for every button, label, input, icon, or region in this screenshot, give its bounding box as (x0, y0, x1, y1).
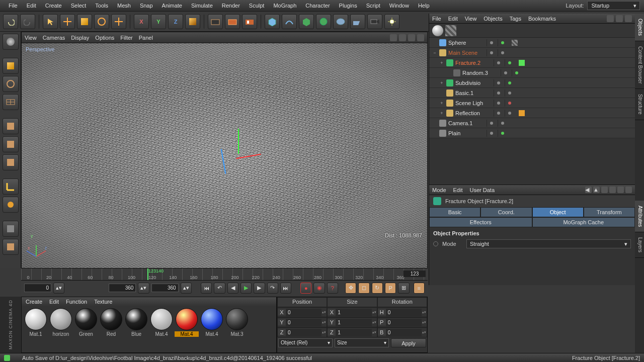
visibility-dot[interactable] (498, 39, 507, 46)
spinner-icon[interactable]: ▴▾ (372, 330, 377, 334)
attr-mode-radio[interactable] (433, 241, 438, 246)
autokey-button[interactable]: ◉ (313, 283, 325, 294)
make-editable-button[interactable] (3, 34, 19, 50)
object-name[interactable]: Random.3 (462, 70, 499, 76)
attr-tab-basic[interactable]: Basic (429, 207, 480, 217)
expand-toggle[interactable]: + (439, 111, 444, 116)
object-row[interactable]: Random.3 (429, 68, 635, 78)
tweak-mode[interactable] (3, 197, 19, 213)
om-menu-file[interactable]: File (432, 16, 441, 22)
model-mode[interactable] (3, 58, 19, 74)
spinner-icon[interactable]: ▴▾ (138, 283, 149, 294)
mat-menu-edit[interactable]: Edit (49, 299, 59, 305)
snap-button[interactable] (3, 239, 19, 255)
attr-mode-select[interactable]: Straight (466, 239, 631, 248)
expand-toggle[interactable] (432, 121, 437, 126)
coord-size-select[interactable]: Size (335, 338, 389, 347)
material-item[interactable]: Blue (124, 308, 148, 337)
vp-menu-panel[interactable]: Panel (139, 35, 153, 41)
coord-value-field[interactable]: 0 (286, 329, 321, 336)
visibility-dot[interactable] (487, 49, 496, 56)
menu-animate[interactable]: Animate (157, 1, 187, 11)
vtab-layers[interactable]: Layers (635, 232, 644, 258)
vp-nav-icon[interactable] (390, 34, 397, 41)
visibility-dot[interactable] (505, 89, 514, 97)
coord-value-field[interactable]: 0 (386, 329, 422, 336)
vtab-attributes[interactable]: Attributes (635, 201, 644, 232)
add-generator[interactable] (299, 14, 314, 29)
menu-mograph[interactable]: MoGraph (269, 1, 301, 11)
visibility-dot[interactable] (505, 59, 514, 66)
object-name[interactable]: Main Scene (448, 50, 485, 56)
material-item[interactable]: Mat.4 (175, 308, 199, 337)
vtab-objects[interactable]: Objects (635, 14, 644, 41)
material-item[interactable]: horizon (49, 308, 73, 337)
play-button[interactable]: ▶ (240, 283, 252, 294)
visibility-dot[interactable] (512, 69, 521, 76)
texture-slot-icon[interactable] (445, 25, 456, 36)
object-tree[interactable]: Sphere−Main Scene+Fracture.2Random.3+Sub… (429, 38, 635, 138)
menu-select[interactable]: Select (66, 1, 91, 11)
material-preview[interactable] (100, 308, 122, 330)
object-row[interactable]: Sphere (429, 38, 635, 48)
mat-menu-texture[interactable]: Texture (94, 299, 112, 305)
add-primitive[interactable] (265, 14, 280, 29)
coord-value-field[interactable]: 0 (286, 319, 321, 326)
visibility-dot[interactable] (505, 110, 514, 117)
vp-menu-view[interactable]: View (25, 35, 37, 41)
total-frames-field[interactable] (151, 284, 179, 292)
spinner-icon[interactable]: ▴▾ (181, 283, 192, 294)
y-axis-lock[interactable]: Y (151, 14, 166, 29)
coord-value-field[interactable]: 1 (336, 329, 371, 336)
spinner-icon[interactable]: ▴▾ (53, 283, 64, 294)
material-item[interactable]: Mat.1 (24, 308, 48, 337)
visibility-dot[interactable] (505, 79, 514, 86)
texture-tag-icon[interactable] (512, 40, 518, 46)
object-name[interactable]: Subdivisio (455, 80, 492, 86)
spinner-icon[interactable]: ▴▾ (422, 310, 427, 314)
add-deformer[interactable] (316, 14, 331, 29)
apply-button[interactable]: Apply (391, 338, 426, 347)
axis-mode[interactable] (3, 178, 19, 195)
menu-character[interactable]: Character (301, 1, 334, 11)
timeline[interactable]: 0204060801001201401601802002202402602803… (21, 268, 428, 280)
edge-mode[interactable] (3, 136, 19, 152)
mat-menu-function[interactable]: Function (66, 299, 87, 305)
visibility-dot[interactable] (505, 100, 514, 107)
menu-script[interactable]: Script (362, 1, 385, 11)
expand-toggle[interactable] (432, 131, 437, 136)
material-preview[interactable] (25, 308, 47, 330)
object-row[interactable]: +Subdivisio (429, 78, 635, 88)
object-name[interactable]: Scene Ligh (455, 100, 492, 106)
coord-value-field[interactable]: 1 (336, 309, 371, 316)
spinner-icon[interactable]: ▴▾ (372, 310, 377, 314)
texture-mode[interactable] (3, 76, 19, 92)
expand-toggle[interactable] (446, 70, 451, 75)
coord-value-field[interactable]: 0 (386, 309, 422, 316)
material-preview[interactable] (50, 308, 72, 330)
menu-icon[interactable] (625, 187, 632, 193)
expand-toggle[interactable]: − (432, 50, 437, 55)
visibility-dot[interactable] (498, 49, 507, 56)
timeline-options-button[interactable]: ≡ (414, 283, 425, 294)
menu-edit[interactable]: Edit (22, 1, 41, 11)
vp-menu-cameras[interactable]: Cameras (43, 35, 65, 41)
viewport-solo[interactable] (3, 221, 19, 237)
visibility-dot[interactable] (498, 120, 507, 127)
attr-tab-transform[interactable]: Transform (584, 207, 635, 217)
go-end-button[interactable]: ⏭ (280, 283, 291, 294)
menu-tools[interactable]: Tools (91, 1, 113, 11)
add-environment[interactable] (333, 14, 348, 29)
visibility-dot[interactable] (487, 130, 496, 137)
search-icon[interactable] (601, 187, 608, 193)
spinner-icon[interactable]: ▴▾ (321, 310, 327, 314)
material-slot-icon[interactable] (432, 25, 443, 36)
spinner-icon[interactable]: ▴▾ (422, 330, 427, 334)
expand-toggle[interactable]: + (439, 60, 444, 65)
object-row[interactable]: +Fracture.2 (429, 58, 635, 68)
material-preview[interactable] (226, 308, 248, 330)
recent-tool[interactable] (111, 14, 126, 29)
start-frame-field[interactable] (24, 284, 51, 292)
tag-icon[interactable] (519, 60, 525, 66)
pos-key-button[interactable]: ✥ (345, 283, 356, 294)
